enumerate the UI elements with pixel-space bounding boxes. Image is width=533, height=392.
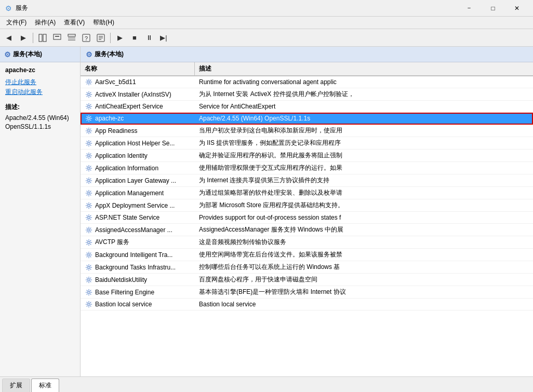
menu-help[interactable]: 帮助(H) — [89, 17, 118, 28]
service-name-cell: Application Management — [81, 187, 195, 199]
content-gear-icon: ⚙ — [86, 50, 92, 59]
back-button[interactable]: ◀ — [2, 31, 16, 45]
service-name-cell: Application Information — [81, 162, 195, 174]
service-gear-icon — [85, 78, 93, 86]
service-gear-icon — [85, 263, 93, 272]
service-name-text: Bastion local service — [95, 301, 152, 308]
table-row[interactable]: Bastion local serviceBastion local servi… — [81, 299, 533, 310]
table-row[interactable]: AVCTP 服务这是音频视频控制传输协议服务 — [81, 236, 533, 249]
service-gear-icon — [85, 276, 93, 284]
content-header: ⚙ 服务(本地) — [81, 47, 533, 62]
menu-file[interactable]: 文件(F) — [2, 17, 31, 28]
name-column-header[interactable]: 名称 — [81, 62, 195, 75]
service-rows-container: AarSvc_b5d11Runtime for activating conve… — [81, 76, 533, 310]
service-name-text: Application Layer Gateway ... — [95, 177, 176, 184]
sidebar-header-label: 服务(本地) — [13, 50, 42, 59]
app-icon: ⚙ — [4, 4, 12, 12]
separator-1 — [33, 33, 33, 43]
service-gear-icon — [85, 238, 93, 247]
stop-service-link[interactable]: 停止此服务 — [5, 78, 75, 87]
service-gear-icon — [85, 226, 93, 234]
forward-button[interactable]: ▶ — [17, 31, 30, 45]
service-name-cell: Application Host Helper Se... — [81, 137, 195, 149]
stop-button[interactable]: ■ — [128, 31, 141, 45]
service-gear-icon — [85, 213, 93, 222]
props-button[interactable] — [94, 31, 108, 45]
help-button[interactable]: ? — [79, 31, 93, 45]
table-row[interactable]: Application Information使用辅助管理权限便于交互式应用程序… — [81, 162, 533, 174]
service-gear-icon — [85, 177, 93, 185]
service-desc-cell: Runtime for activating conversational ag… — [195, 76, 533, 88]
title-bar: ⚙ 服务 － □ ✕ — [0, 0, 533, 17]
show-hide-button[interactable] — [36, 31, 49, 45]
service-desc-cell: 当用户初次登录到这台电脑和添加新应用时，使应用 — [195, 125, 533, 137]
close-button[interactable]: ✕ — [505, 0, 529, 17]
table-row[interactable]: apache-zcApache/2.4.55 (Win64) OpenSSL/1… — [81, 113, 533, 125]
table-row[interactable]: App Readiness当用户初次登录到这台电脑和添加新应用时，使应用 — [81, 125, 533, 137]
table-row[interactable]: AssignedAccessManager ...AssignedAccessM… — [81, 224, 533, 236]
service-desc-cell: 确定并验证应用程序的标识。禁用此服务将阻止强制 — [195, 150, 533, 161]
table-row[interactable]: ActiveX Installer (AxInstSV)为从 Internet … — [81, 88, 533, 101]
window-title: 服务 — [16, 4, 457, 12]
service-gear-icon — [85, 201, 93, 210]
table-row[interactable]: AntiCheatExpert ServiceService for AntiC… — [81, 101, 533, 113]
service-name-text: ASP.NET State Service — [95, 214, 159, 221]
table-row[interactable]: BaiduNetdiskUtility百度网盘核心程序，用于快速申请磁盘空间 — [81, 274, 533, 286]
service-name-cell: App Readiness — [81, 125, 195, 137]
desc-column-header[interactable]: 描述 — [195, 62, 533, 75]
table-row[interactable]: Application Layer Gateway ...为 Internet … — [81, 174, 533, 187]
scope-icon — [68, 34, 76, 42]
sidebar-desc-label: 描述: — [0, 99, 80, 113]
restart-button[interactable]: ▶| — [157, 31, 170, 45]
svg-point-27 — [88, 253, 90, 255]
table-row[interactable]: Background Tasks Infrastru...控制哪些后台任务可以在… — [81, 261, 533, 274]
sidebar-service-name: apache-zc — [0, 62, 80, 76]
svg-point-30 — [88, 291, 90, 293]
service-gear-icon — [85, 90, 93, 99]
service-name-cell: AntiCheatExpert Service — [81, 101, 195, 112]
service-desc-cell: 使用辅助管理权限便于交互式应用程序的运行。如果 — [195, 162, 533, 174]
table-row[interactable]: AppX Deployment Service ...为部署 Microsoft… — [81, 199, 533, 212]
sidebar-actions: 停止此服务 重启动此服务 — [0, 76, 80, 99]
menu-action[interactable]: 操作(A) — [31, 17, 60, 28]
maximize-button[interactable]: □ — [481, 0, 505, 17]
svg-point-23 — [88, 204, 90, 206]
scope-button[interactable] — [65, 31, 78, 45]
table-row[interactable]: Background Intelligent Tra...使用空闲网络带宽在后台… — [81, 249, 533, 261]
table-row[interactable]: Application Host Helper Se...为 IIS 提供管理服… — [81, 137, 533, 150]
table-row[interactable]: Application Management为通过组策略部署的软件处理安装、删除… — [81, 187, 533, 199]
tab-standard[interactable]: 标准 — [31, 379, 59, 392]
service-name-text: BaiduNetdiskUtility — [95, 276, 147, 283]
svg-point-19 — [88, 154, 90, 156]
service-desc-cell: 为 IIS 提供管理服务，例如配置历史记录和应用程序 — [195, 137, 533, 149]
pause-button[interactable]: ⏸ — [142, 31, 156, 45]
sidebar-desc-text: Apache/2.4.55 (Win64) OpenSSL/1.1.1s — [0, 113, 80, 132]
svg-point-31 — [88, 303, 90, 305]
table-row[interactable]: AarSvc_b5d11Runtime for activating conve… — [81, 76, 533, 88]
service-name-text: Background Tasks Infrastru... — [95, 264, 176, 271]
play-button[interactable]: ▶ — [113, 31, 127, 45]
service-desc-cell: AssignedAccessManager 服务支持 Windows 中的展 — [195, 224, 533, 236]
service-name-cell: Application Layer Gateway ... — [81, 174, 195, 186]
table-row[interactable]: Base Filtering Engine基本筛选引擎(BFE)是一种管理防火墙… — [81, 286, 533, 299]
svg-point-20 — [88, 167, 90, 169]
svg-point-14 — [88, 93, 90, 95]
service-name-text: AarSvc_b5d11 — [95, 78, 136, 86]
service-desc-cell: 控制哪些后台任务可以在系统上运行的 Windows 基 — [195, 261, 533, 273]
svg-rect-4 — [68, 34, 75, 36]
svg-point-29 — [88, 278, 90, 280]
menu-view[interactable]: 查看(V) — [60, 17, 89, 28]
service-name-cell: AarSvc_b5d11 — [81, 76, 195, 88]
service-gear-icon — [85, 114, 93, 123]
restart-service-link[interactable]: 重启动此服务 — [5, 88, 75, 97]
minimize-button[interactable]: － — [457, 0, 481, 17]
table-row[interactable]: ASP.NET State ServiceProvides support fo… — [81, 212, 533, 224]
service-name-cell: apache-zc — [81, 113, 195, 124]
up-icon — [53, 34, 61, 42]
service-name-text: AssignedAccessManager ... — [95, 226, 172, 234]
tab-expand[interactable]: 扩展 — [2, 379, 30, 392]
service-list[interactable]: 名称 描述 AarSvc_b5d11Runtime for activating… — [81, 62, 533, 376]
table-row[interactable]: Application Identity确定并验证应用程序的标识。禁用此服务将阻… — [81, 150, 533, 162]
service-name-text: Application Information — [95, 165, 158, 172]
up-button[interactable] — [50, 31, 64, 45]
